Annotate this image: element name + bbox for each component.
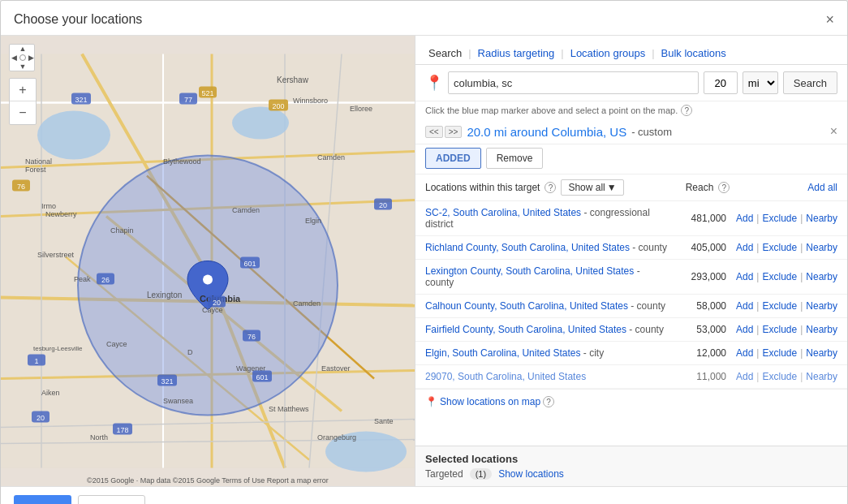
exclude-link[interactable]: Exclude — [762, 371, 797, 382]
nearby-link[interactable]: Nearby — [806, 324, 837, 335]
location-type: - county — [629, 324, 664, 335]
svg-text:Orangeburg: Orangeburg — [317, 433, 356, 442]
nearby-link[interactable]: Nearby — [806, 300, 837, 312]
location-name[interactable]: SC-2, South Carolina, United States — [425, 207, 581, 218]
done-button[interactable]: Done — [14, 495, 71, 504]
nav-left-btn[interactable]: ◀ — [10, 54, 19, 62]
svg-text:26: 26 — [101, 276, 110, 284]
nearby-link[interactable]: Nearby — [806, 347, 837, 359]
target-custom: - custom — [631, 126, 672, 138]
locations-header: Locations within this target ? Show all … — [415, 174, 847, 201]
svg-text:Irmo: Irmo — [41, 202, 56, 210]
action-row: ADDED Remove — [415, 144, 847, 174]
added-button[interactable]: ADDED — [425, 148, 481, 169]
search-row: 📍 mi km Search — [415, 65, 847, 101]
location-reach: 293,000 — [669, 271, 726, 282]
svg-text:20: 20 — [213, 299, 221, 307]
map-zoom-controls: + − — [9, 78, 37, 125]
close-icon[interactable]: × — [825, 12, 834, 27]
svg-text:Newberry: Newberry — [45, 210, 77, 218]
target-prev-btn[interactable]: << — [425, 126, 443, 138]
svg-text:77: 77 — [184, 96, 192, 104]
nearby-link[interactable]: Nearby — [806, 213, 837, 224]
exclude-link[interactable]: Exclude — [762, 347, 797, 359]
add-link[interactable]: Add — [736, 324, 753, 335]
tab-radius[interactable]: Radius targeting — [475, 42, 558, 64]
add-link[interactable]: Add — [736, 242, 753, 253]
location-type: - city — [583, 347, 604, 359]
target-close-icon[interactable]: × — [830, 124, 837, 139]
svg-text:tesburg-Leesville: tesburg-Leesville — [33, 345, 83, 352]
svg-text:St Matthews: St Matthews — [269, 405, 309, 413]
map-pin-small-icon: 📍 — [425, 396, 437, 407]
svg-text:20: 20 — [37, 414, 45, 422]
add-link[interactable]: Add — [736, 213, 753, 224]
show-all-button[interactable]: Show all ▼ — [561, 179, 623, 196]
selected-row: Targeted (1) Show locations — [425, 468, 837, 480]
show-on-map-row: 📍 Show locations on map ? — [415, 389, 847, 414]
exclude-link[interactable]: Exclude — [762, 213, 797, 224]
nearby-link[interactable]: Nearby — [806, 271, 837, 282]
svg-text:178: 178 — [116, 426, 128, 434]
tab-bulk[interactable]: Bulk locations — [658, 42, 730, 64]
location-actions: Add | Exclude | Nearby — [736, 324, 837, 335]
tab-search[interactable]: Search — [425, 42, 465, 64]
reach-help-icon[interactable]: ? — [718, 182, 730, 193]
location-name[interactable]: Lexington County, South Carolina, United… — [425, 265, 634, 277]
right-panel: Search | Radius targeting | Location gro… — [415, 36, 847, 486]
location-name[interactable]: Richland County, South Carolina, United … — [425, 242, 630, 253]
nav-up-right — [27, 45, 36, 54]
show-locations-link[interactable]: Show locations — [498, 468, 564, 480]
add-link[interactable]: Add — [736, 347, 753, 359]
add-link[interactable]: Add — [736, 371, 753, 382]
add-all-button[interactable]: Add all — [807, 182, 837, 193]
location-name[interactable]: 29070, South Carolina, United States — [425, 371, 586, 382]
exclude-link[interactable]: Exclude — [762, 242, 797, 253]
locations-help-icon[interactable]: ? — [545, 182, 556, 193]
location-actions: Add | Exclude | Nearby — [736, 371, 837, 382]
nav-down-btn[interactable]: ▼ — [19, 62, 28, 71]
hint-help-icon[interactable]: ? — [681, 105, 692, 116]
modal-header: Choose your locations × — [1, 1, 847, 36]
nearby-link[interactable]: Nearby — [806, 242, 837, 253]
nav-up-left — [10, 45, 19, 54]
svg-text:Camden: Camden — [232, 206, 260, 214]
modal-body: Kershaw Irmo Chapin Lexington Columbia C… — [1, 36, 847, 486]
locations-list: SC-2, South Carolina, United States - co… — [415, 201, 847, 446]
location-search-input[interactable] — [448, 71, 699, 94]
tab-groups[interactable]: Location groups — [567, 42, 649, 64]
zoom-out-button[interactable]: − — [10, 101, 36, 124]
remove-button[interactable]: Remove — [486, 148, 544, 169]
svg-text:200: 200 — [272, 102, 284, 110]
location-name[interactable]: Calhoun County, South Carolina, United S… — [425, 300, 628, 312]
selected-locations-title: Selected locations — [425, 453, 837, 465]
hint-row: Click the blue map marker above and sele… — [415, 101, 847, 119]
location-actions: Add | Exclude | Nearby — [736, 242, 837, 253]
exclude-link[interactable]: Exclude — [762, 324, 797, 335]
nav-up-btn[interactable]: ▲ — [19, 45, 28, 54]
nav-right-btn[interactable]: ▶ — [27, 54, 36, 62]
unit-select[interactable]: mi km — [743, 71, 778, 94]
svg-point-19 — [232, 107, 289, 140]
location-reach: 11,000 — [669, 371, 726, 382]
zoom-in-button[interactable]: + — [10, 79, 36, 101]
add-link[interactable]: Add — [736, 271, 753, 282]
list-item: SC-2, South Carolina, United States - co… — [415, 201, 847, 236]
show-map-help-icon[interactable]: ? — [543, 396, 554, 407]
radius-input[interactable] — [704, 71, 738, 94]
exclude-link[interactable]: Exclude — [762, 300, 797, 312]
exclude-link[interactable]: Exclude — [762, 271, 797, 282]
map-attribution: ©2015 Google · Map data ©2015 Google Ter… — [1, 476, 415, 485]
nav-center — [19, 54, 28, 62]
show-locations-on-map-link[interactable]: 📍 Show locations on map ? — [425, 396, 837, 407]
map-area: Kershaw Irmo Chapin Lexington Columbia C… — [1, 36, 415, 486]
targeted-label: Targeted — [425, 468, 463, 480]
cancel-button[interactable]: Cancel — [78, 495, 144, 504]
locations-within-label: Locations within this target — [425, 182, 540, 193]
search-button[interactable]: Search — [783, 71, 837, 94]
add-link[interactable]: Add — [736, 300, 753, 312]
location-name[interactable]: Fairfield County, South Carolina, United… — [425, 324, 626, 335]
nearby-link[interactable]: Nearby — [806, 371, 837, 382]
location-name[interactable]: Elgin, South Carolina, United States — [425, 347, 580, 359]
target-next-btn[interactable]: >> — [445, 126, 463, 138]
